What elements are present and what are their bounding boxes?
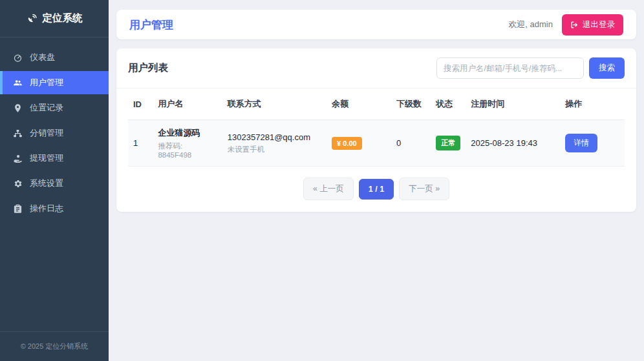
cell-contact: 1302357281@qq.com 未设置手机 bbox=[222, 120, 327, 167]
col-username: 用户名 bbox=[153, 88, 222, 120]
col-id: ID bbox=[128, 88, 153, 120]
sidebar-item-users[interactable]: 用户管理 bbox=[0, 71, 109, 94]
detail-button[interactable]: 详情 bbox=[565, 134, 597, 152]
header-right: 欢迎, admin 退出登录 bbox=[508, 14, 623, 36]
sidebar-item-withdrawals[interactable]: 提现管理 bbox=[0, 147, 109, 170]
search-button[interactable]: 搜索 bbox=[589, 57, 625, 79]
cell-id: 1 bbox=[128, 120, 153, 167]
sidebar-item-dashboard[interactable]: 仪表盘 bbox=[0, 46, 109, 69]
page-title: 用户管理 bbox=[129, 17, 173, 32]
app-logo: 定位系统 bbox=[0, 0, 109, 37]
user-list-card: 用户列表 搜索 ID 用户名 联系方式 余额 下级数 bbox=[116, 48, 636, 212]
cell-balance: ¥ 0.00 bbox=[327, 120, 391, 167]
logout-button[interactable]: 退出登录 bbox=[562, 14, 623, 36]
card-header: 用户列表 搜索 bbox=[116, 48, 636, 88]
next-page-button[interactable]: 下一页 » bbox=[399, 178, 449, 200]
search-box: 搜索 bbox=[436, 57, 625, 79]
gears-icon bbox=[13, 179, 23, 189]
page-header: 用户管理 欢迎, admin 退出登录 bbox=[116, 10, 636, 39]
col-status: 状态 bbox=[431, 88, 466, 120]
balance-badge: ¥ 0.00 bbox=[332, 137, 362, 150]
col-contact: 联系方式 bbox=[222, 88, 327, 120]
sidebar-footer: © 2025 定位分销系统 bbox=[0, 331, 109, 361]
sidebar-item-label: 用户管理 bbox=[30, 77, 63, 88]
cell-actions: 详情 bbox=[560, 120, 625, 167]
pagination: « 上一页 1 / 1 下一页 » bbox=[116, 167, 636, 212]
cell-registered: 2025-08-23 19:43 bbox=[466, 120, 560, 167]
app-title: 定位系统 bbox=[43, 12, 83, 25]
sidebar-menu: 仪表盘 用户管理 位置记录 分销管理 提现管理 bbox=[0, 37, 109, 331]
col-balance: 余额 bbox=[327, 88, 391, 120]
col-registered: 注册时间 bbox=[466, 88, 560, 120]
search-input[interactable] bbox=[436, 57, 584, 79]
sidebar-item-label: 仪表盘 bbox=[30, 52, 55, 63]
card-title: 用户列表 bbox=[128, 61, 168, 75]
clipboard-icon bbox=[13, 204, 23, 214]
satellite-dish-icon bbox=[27, 13, 38, 24]
cell-username: 企业猫源码 推荐码: 8845F498 bbox=[153, 120, 222, 167]
sign-out-icon bbox=[570, 21, 579, 29]
sidebar-item-label: 系统设置 bbox=[30, 178, 63, 189]
status-badge: 正常 bbox=[436, 136, 460, 150]
username-text: 企业猫源码 bbox=[158, 127, 217, 139]
sidebar-item-label: 位置记录 bbox=[30, 102, 63, 114]
main-content: 用户管理 欢迎, admin 退出登录 用户列表 搜索 bbox=[109, 0, 644, 361]
phone-text: 未设置手机 bbox=[228, 145, 321, 154]
cell-subordinates: 0 bbox=[391, 120, 431, 167]
sidebar-item-logs[interactable]: 操作日志 bbox=[0, 197, 109, 220]
logout-label: 退出登录 bbox=[583, 19, 615, 30]
gauge-icon bbox=[13, 53, 23, 63]
user-table-wrap: ID 用户名 联系方式 余额 下级数 状态 注册时间 操作 1 企业猫源码 bbox=[116, 88, 636, 167]
sidebar-item-label: 提现管理 bbox=[30, 152, 63, 164]
sitemap-icon bbox=[13, 129, 23, 138]
email-text: 1302357281@qq.com bbox=[228, 132, 321, 142]
prev-page-button[interactable]: « 上一页 bbox=[303, 178, 354, 200]
welcome-text: 欢迎, admin bbox=[508, 19, 553, 30]
sidebar-item-label: 操作日志 bbox=[30, 203, 63, 214]
col-subordinates: 下级数 bbox=[391, 88, 431, 120]
map-marker-icon bbox=[13, 103, 23, 113]
cell-status: 正常 bbox=[431, 120, 466, 167]
table-header-row: ID 用户名 联系方式 余额 下级数 状态 注册时间 操作 bbox=[128, 88, 625, 120]
users-icon bbox=[13, 78, 23, 88]
current-page-indicator[interactable]: 1 / 1 bbox=[359, 179, 394, 200]
sidebar-item-distribution[interactable]: 分销管理 bbox=[0, 121, 109, 145]
referral-code-text: 推荐码: 8845F498 bbox=[158, 141, 217, 159]
col-actions: 操作 bbox=[560, 88, 625, 120]
sidebar: 定位系统 仪表盘 用户管理 位置记录 分销管理 bbox=[0, 0, 109, 361]
hand-coin-icon bbox=[13, 154, 23, 163]
sidebar-item-settings[interactable]: 系统设置 bbox=[0, 172, 109, 195]
table-row: 1 企业猫源码 推荐码: 8845F498 1302357281@qq.com … bbox=[128, 120, 625, 167]
sidebar-item-label: 分销管理 bbox=[30, 127, 63, 139]
user-table: ID 用户名 联系方式 余额 下级数 状态 注册时间 操作 1 企业猫源码 bbox=[128, 88, 625, 167]
sidebar-item-locations[interactable]: 位置记录 bbox=[0, 96, 109, 119]
